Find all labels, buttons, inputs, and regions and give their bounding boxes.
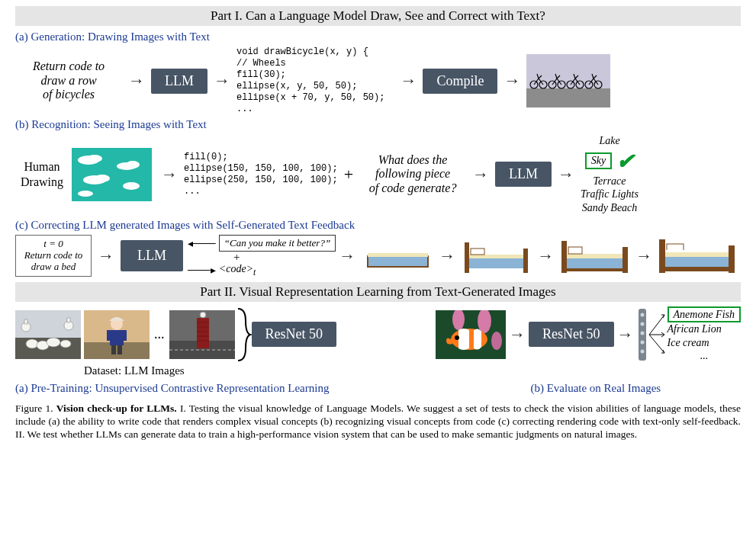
svg-rect-23 (465, 242, 469, 273)
bicycles-output-image (526, 54, 610, 107)
t0-l1: t = 0 (43, 238, 63, 249)
resnet-box-1: ResNet 50 (252, 322, 337, 347)
arrow-icon: → (155, 165, 184, 184)
svg-point-78 (640, 313, 644, 316)
arrow-icon: → (384, 71, 423, 91)
dataset-caption: Dataset: LLM Images (84, 364, 741, 377)
bed-image-1 (362, 235, 434, 277)
svg-rect-1 (526, 88, 610, 107)
svg-rect-57 (107, 330, 111, 341)
human-l1: Human (24, 160, 60, 173)
q-l1: What does the (378, 153, 448, 166)
p1a-prompt-l3: of bicycles (43, 88, 95, 101)
svg-rect-38 (665, 267, 729, 271)
svg-point-81 (640, 340, 644, 344)
svg-point-82 (640, 349, 644, 353)
svg-rect-32 (567, 254, 622, 258)
part1a-prompt: Return code to draw a row of bicycles (15, 59, 122, 101)
svg-rect-36 (659, 239, 665, 273)
pred-african-lion: African Lion (668, 322, 741, 336)
code-token: <code>t (219, 263, 256, 277)
resnet-box-2: ResNet 50 (529, 322, 614, 347)
svg-rect-59 (111, 345, 116, 354)
options-list: Lake Sky ✔ Terrace Traffic Lights Sandy … (581, 134, 639, 214)
code-word: code (226, 263, 246, 274)
part1-banner: Part I. Can a Language Model Draw, See a… (15, 6, 741, 26)
part1b-row: Human Drawing → fill(0); ellipse(150, 15… (15, 134, 741, 214)
svg-rect-29 (561, 241, 567, 273)
code-sub: t (253, 268, 256, 277)
part1b-code: fill(0); ellipse(150, 150, 100, 100); el… (184, 152, 338, 197)
arrow-icon: → (437, 246, 457, 266)
svg-point-18 (78, 191, 93, 197)
p1a-prompt-l1: Return code to (33, 59, 105, 72)
option-lake: Lake (581, 134, 639, 148)
arrow-icon: → (497, 71, 526, 91)
plus-icon: + (188, 252, 240, 263)
feature-vector-icon (637, 307, 648, 362)
svg-point-14 (126, 161, 140, 168)
brace-icon (235, 307, 252, 362)
arrow-icon: → (207, 71, 236, 91)
svg-rect-40 (665, 252, 729, 257)
option-traffic-lights: Traffic Lights (581, 188, 639, 201)
svg-rect-20 (368, 256, 428, 267)
p1a-prompt-l2: draw a row (40, 74, 96, 87)
svg-rect-39 (665, 256, 729, 267)
figure-caption: Figure 1. Vision check-up for LLMs. I. T… (15, 402, 741, 441)
ellipsis: ... (668, 349, 741, 363)
svg-rect-60 (117, 345, 122, 354)
svg-point-12 (87, 155, 102, 162)
dataset-thumb-1 (15, 310, 81, 359)
feedback-bubble: “Can you make it better?” (219, 235, 336, 252)
bed-sequence: → → → (362, 235, 737, 277)
svg-point-79 (640, 322, 644, 326)
arrow-icon: → (336, 246, 362, 266)
svg-rect-31 (567, 258, 622, 268)
caption-lead: Figure 1. (15, 402, 53, 414)
svg-rect-46 (24, 319, 27, 324)
svg-rect-0 (526, 54, 610, 88)
bed-image-3 (558, 235, 631, 277)
part2-subtitles: (a) Pre-Training: Unsupervised Contrasti… (15, 379, 741, 398)
svg-rect-26 (469, 255, 523, 258)
part2b-title: (b) Evaluate on Real Images (451, 382, 741, 395)
loop-out-arrow-icon: ───▸ (188, 264, 216, 277)
arrow-icon: → (466, 165, 495, 184)
t0-l3: draw a bed (31, 261, 76, 272)
clownfish-image (436, 310, 506, 359)
option-sky-selected: Sky (585, 152, 612, 169)
bed-image-2 (460, 235, 532, 277)
t0-l2: Return code to (24, 249, 83, 261)
svg-point-80 (640, 331, 644, 335)
svg-point-17 (123, 182, 140, 190)
svg-rect-37 (729, 245, 735, 273)
svg-rect-21 (368, 253, 428, 257)
svg-rect-25 (469, 258, 523, 268)
arrow-icon: → (122, 71, 151, 91)
plus-icon: + (338, 166, 359, 183)
ellipsis: ... (150, 326, 169, 342)
llm-box-b: LLM (495, 162, 552, 187)
pred-anemone-fish: Anemone Fish (668, 306, 741, 323)
svg-point-49 (47, 338, 60, 347)
svg-point-74 (491, 332, 502, 350)
arrow-icon: → (614, 325, 637, 345)
part2-row: ... ResNet 50 → ResNet (15, 306, 741, 363)
svg-point-47 (26, 339, 38, 348)
human-l2: Drawing (21, 175, 63, 188)
t0-prompt-box: t = 0 Return code to draw a bed (15, 235, 92, 277)
option-sandy-beach: Sandy Beach (581, 201, 639, 215)
compile-box: Compile (423, 69, 497, 94)
arrow-icon: → (634, 246, 654, 266)
caption-bold: Vision check-up for LLMs. (56, 402, 177, 414)
part1b-title: (b) Recognition: Seeing Images with Text (15, 118, 741, 131)
arrow-icon: → (536, 246, 555, 266)
part1a-title: (a) Generation: Drawing Images with Text (15, 30, 741, 43)
llm-box-c: LLM (121, 240, 183, 271)
human-drawing-label: Human Drawing (15, 159, 69, 188)
part1c-title: (c) Correcting LLM generated Images with… (15, 219, 741, 232)
q-l2: following piece (375, 167, 450, 180)
part1a-row: Return code to draw a row of bicycles → … (15, 47, 741, 115)
svg-rect-33 (568, 247, 582, 254)
